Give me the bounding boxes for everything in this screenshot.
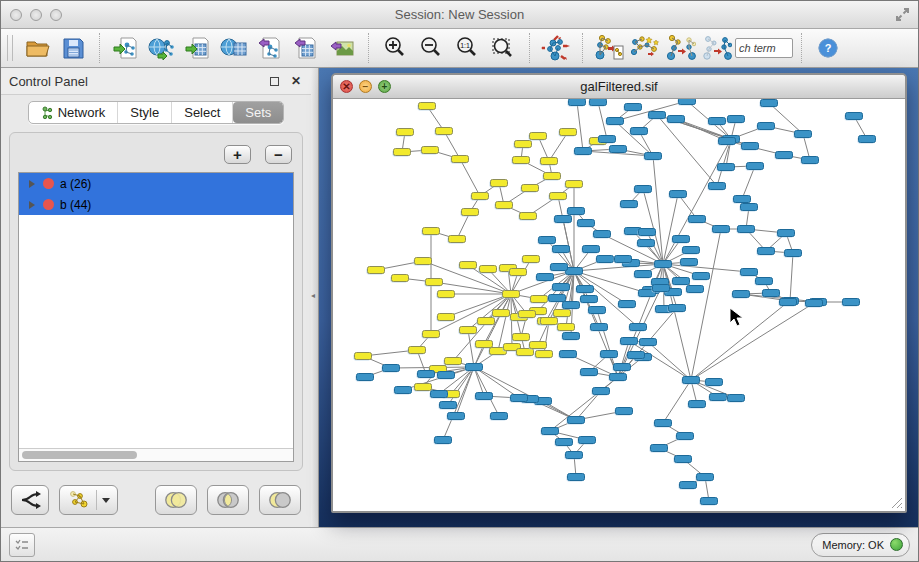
network-canvas[interactable]: [333, 99, 905, 511]
graph-node-yellow: [423, 331, 440, 338]
show-all-button[interactable]: [702, 33, 732, 63]
add-set-button[interactable]: +: [224, 145, 251, 164]
resize-grip-icon[interactable]: [889, 495, 903, 509]
import-network-url-button[interactable]: [147, 33, 177, 63]
export-image-button[interactable]: [327, 33, 357, 63]
import-network-file-button[interactable]: [111, 33, 141, 63]
float-panel-button[interactable]: [267, 74, 281, 88]
expand-triangle-icon[interactable]: [29, 201, 35, 209]
control-panel-header: Control Panel ✕: [1, 68, 311, 95]
graph-node-yellow: [460, 327, 477, 334]
dropdown-arrow-icon[interactable]: [102, 498, 110, 503]
fullscreen-icon[interactable]: [895, 7, 910, 26]
graph-node-blue: [577, 286, 594, 293]
svg-text:?: ?: [825, 42, 832, 54]
tab-style[interactable]: Style: [118, 102, 172, 123]
import-table-file-button[interactable]: [183, 33, 213, 63]
graph-node-blue: [628, 352, 645, 359]
graph-node-yellow: [566, 181, 583, 188]
network-window[interactable]: ✕ − + galFiltered.sif: [331, 73, 907, 513]
toolbar-grip[interactable]: [7, 35, 13, 61]
graph-node-blue: [741, 204, 758, 211]
set-row-b[interactable]: b (44): [19, 194, 293, 215]
graph-node-blue: [758, 248, 775, 255]
export-image-icon: [329, 35, 355, 61]
zoom-actual-button[interactable]: 1:1: [452, 33, 482, 63]
open-folder-icon: [24, 35, 50, 61]
graph-node-yellow: [493, 310, 510, 317]
graph-node-yellow: [554, 310, 571, 317]
first-neighbors-button[interactable]: [594, 33, 624, 63]
tab-sets[interactable]: Sets: [233, 102, 283, 123]
graph-node-blue: [640, 339, 657, 346]
graph-node-blue: [448, 413, 465, 420]
select-marked-button[interactable]: [630, 33, 660, 63]
tab-style-label: Style: [130, 105, 159, 120]
set-row-a[interactable]: a (26): [19, 173, 293, 194]
search-input[interactable]: ch term: [735, 38, 793, 58]
difference-sets-button[interactable]: [259, 485, 301, 515]
zoom-out-button[interactable]: [416, 33, 446, 63]
hide-selected-button[interactable]: [666, 33, 696, 63]
graph-node-yellow: [515, 141, 532, 148]
remove-set-button[interactable]: −: [265, 145, 292, 164]
graph-node-blue: [693, 273, 710, 280]
zoom-in-icon: [383, 36, 407, 60]
panel-divider[interactable]: ◂: [311, 68, 319, 527]
graph-node-yellow: [426, 279, 443, 286]
graph-node-blue: [673, 236, 690, 243]
graph-node-blue: [579, 437, 596, 444]
graph-node-blue: [566, 268, 583, 275]
window-titlebar[interactable]: Session: New Session: [1, 1, 918, 29]
import-network-url-icon: [148, 35, 176, 61]
import-table-file-icon: [185, 35, 211, 61]
graph-node-blue: [689, 401, 706, 408]
status-bar: Memory: OK: [1, 527, 918, 561]
scrollbar-thumb[interactable]: [22, 451, 137, 459]
help-button[interactable]: ?: [813, 33, 843, 63]
graph-node-yellow: [460, 262, 477, 269]
graph-node-blue: [563, 333, 580, 340]
horizontal-scrollbar[interactable]: [19, 448, 293, 461]
save-session-button[interactable]: [58, 33, 88, 63]
graph-node-blue: [728, 395, 745, 402]
tab-network[interactable]: Network: [29, 102, 119, 123]
export-table-button[interactable]: [291, 33, 321, 63]
close-panel-button[interactable]: ✕: [289, 74, 303, 88]
expand-triangle-icon[interactable]: [29, 180, 35, 188]
collapse-panel-handle[interactable]: ◂: [311, 290, 318, 302]
intersect-sets-button[interactable]: [207, 485, 249, 515]
graph-node-yellow: [445, 358, 462, 365]
split-set-button[interactable]: [11, 485, 49, 515]
graph-node-blue: [713, 226, 730, 233]
graph-node-blue: [756, 278, 773, 285]
open-session-button[interactable]: [22, 33, 52, 63]
graph-node-blue: [701, 498, 718, 505]
create-set-from-network-button[interactable]: [59, 485, 118, 515]
zoom-fit-selected-button[interactable]: [488, 33, 518, 63]
union-sets-button[interactable]: [155, 485, 197, 515]
graph-node-blue: [597, 256, 614, 263]
network-window-title: galFiltered.sif: [333, 79, 905, 94]
graph-node-blue: [651, 445, 668, 452]
graph-node-yellow: [478, 318, 495, 325]
export-network-button[interactable]: [255, 33, 285, 63]
task-history-button[interactable]: [9, 533, 35, 557]
graph-node-yellow: [436, 128, 453, 135]
zoom-in-button[interactable]: [380, 33, 410, 63]
import-table-url-button[interactable]: [219, 33, 249, 63]
tab-select[interactable]: Select: [172, 102, 233, 123]
graph-node-blue: [843, 299, 860, 306]
zoom-out-icon: [419, 36, 443, 60]
graph-node-yellow: [409, 347, 426, 354]
app-window: Session: New Session: [0, 0, 919, 562]
graph-node-blue: [776, 152, 793, 159]
memory-ok-indicator: [890, 538, 903, 551]
yellow-network-icon: [67, 490, 91, 510]
network-window-titlebar[interactable]: ✕ − + galFiltered.sif: [333, 75, 905, 99]
graph-node-yellow: [558, 324, 575, 331]
graph-node-blue: [802, 157, 819, 164]
memory-status-button[interactable]: Memory: OK: [811, 533, 910, 557]
apply-layout-button[interactable]: [541, 33, 571, 63]
window-title: Session: New Session: [1, 7, 918, 22]
